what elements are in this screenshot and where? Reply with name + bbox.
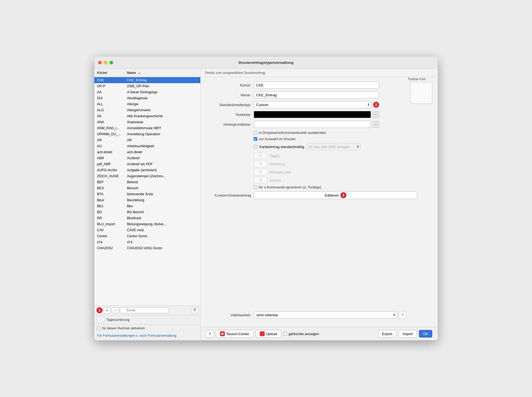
list-item-name: Anmeldung Operation	[127, 132, 198, 136]
right-panel-header: Details zum ausgewählten Dossiereintrag	[201, 69, 438, 77]
num-input-woche[interactable]	[254, 161, 267, 167]
list-item[interactable]: OP-P 2385_OP-Plan	[94, 83, 200, 89]
tag-minus-button[interactable]: −	[97, 317, 104, 323]
list-item-kuerzel: CKE	[97, 78, 127, 82]
list-item[interactable]: BEF Befund	[94, 179, 200, 185]
standardmedientyp-row: Standardmedientyp: Custom ⬍ 2	[206, 101, 432, 108]
hintergrundfarbe-label: Hintergrundfarbe:	[206, 122, 254, 127]
xkommando-label: für x-Kommando ignorieren (s. Tooltipp)	[259, 185, 321, 189]
checkbox1-label: in Dropdowns/Kommandozeile ausblenden	[259, 131, 326, 135]
list-item[interactable]: RR Blutdruck	[94, 215, 200, 221]
list-item[interactable]: AK Alte Krankengeschichte	[94, 113, 200, 119]
list-item-name: BG-Bericht	[127, 210, 198, 214]
list-item[interactable]: DIA Akutdiagnose	[94, 95, 200, 101]
list-item[interactable]: CAV CAVE med.	[94, 227, 200, 233]
vidierbarkeit-select[interactable]: nicht vidierbar	[254, 311, 397, 318]
kuerzel-input[interactable]	[254, 82, 379, 89]
list-item[interactable]: AR AR	[94, 137, 200, 143]
list-item[interactable]: Centor Centor-Score	[94, 233, 200, 239]
help-button[interactable]: ?	[206, 330, 214, 338]
num-input-jahr[interactable]	[254, 177, 267, 184]
list-item-name: Allergie/Unvertr.	[127, 108, 198, 112]
list-item[interactable]: BTA betreuende Ärzte	[94, 191, 200, 197]
textfarbe-color-swatch[interactable]	[254, 111, 371, 118]
textfarbe-minus-button[interactable]: −	[373, 111, 379, 118]
list-item[interactable]: cf-k cf-k	[94, 239, 200, 245]
traffic-lights	[98, 61, 113, 64]
list-item[interactable]: pdf_ABR Arztbrief als PDF	[94, 161, 200, 167]
list-item[interactable]: BLU_import Blutungsneigung, blutve...	[94, 221, 200, 227]
list-item[interactable]: AUFG-Archiv Aufgabe (archiviert)	[94, 167, 200, 173]
list-item-kuerzel: AU	[97, 144, 127, 148]
list-item[interactable]: OPANM_DU_... Anmeldung Operation	[94, 131, 200, 137]
list-item[interactable]: BG BG-Bericht	[94, 209, 200, 215]
hintergrundfarbe-minus-button[interactable]: −	[373, 121, 379, 128]
checkbox2-input[interactable]	[254, 137, 257, 141]
num-row-3: Monat(e) und	[254, 169, 432, 175]
list-item[interactable]: ANA Anamnese	[94, 119, 200, 125]
list-item-name: CKE_Eintrag	[127, 78, 198, 82]
list-item-name: Arztbrief als PDF	[127, 162, 198, 166]
export-button[interactable]: Export	[378, 330, 397, 338]
xkommando-checkbox[interactable]	[254, 185, 257, 189]
bottom-left: ? 🔄 Tausch-Center Upload	[206, 330, 319, 338]
num-input-monat[interactable]	[254, 169, 267, 175]
name-input[interactable]	[254, 91, 379, 98]
upload-button[interactable]: Upload	[256, 330, 281, 338]
hintergrundfarbe-color-swatch[interactable]	[254, 121, 371, 128]
list-item-kuerzel: Beur	[97, 198, 127, 202]
list-item[interactable]: AA A Neuer Eintragstyp	[94, 89, 200, 95]
ok-button[interactable]: OK	[419, 330, 432, 338]
filter-button[interactable]	[191, 307, 198, 313]
tausch-center-button[interactable]: 🔄 Tausch-Center	[216, 330, 253, 338]
svg-rect-2	[261, 332, 264, 335]
badge-3: 3	[340, 192, 346, 198]
list-item-name: Befund	[127, 180, 198, 184]
list-item-name: Arztbrief	[127, 156, 198, 160]
vidierbarkeit-help-button[interactable]: ?	[399, 311, 406, 319]
standardmedientyp-select[interactable]: Custom	[254, 101, 371, 108]
geloschte-checkbox[interactable]	[283, 332, 287, 336]
list-item-name: A Neuer Eintragstyp	[127, 90, 198, 94]
close-button[interactable]	[98, 61, 102, 64]
list-item[interactable]: ZEICH_AUGE Augenstempel (Zeichnu...	[94, 173, 200, 179]
search-input[interactable]	[120, 307, 169, 313]
list-item[interactable]: BES Besuch	[94, 185, 200, 191]
activate-row: für diesen Rechner aktivieren	[94, 324, 200, 332]
list-item-kuerzel: BES	[97, 186, 127, 190]
list-item[interactable]: ALG Allergie/Unvertr.	[94, 107, 200, 113]
editieren-button[interactable]: Editieren 3	[254, 191, 417, 199]
list-item-name: betreuende Ärzte	[127, 192, 198, 196]
activate-checkbox[interactable]	[97, 327, 101, 330]
list-item-kuerzel: ALG	[97, 108, 127, 112]
details-section: Toolbar-Icon Kürzel: Name:	[201, 77, 438, 327]
list-item[interactable]: CHA2DS2 CHA2DS2-VASc-Score	[94, 245, 200, 251]
list-item-name: Anmeldeformular MRT	[127, 126, 198, 130]
fuer-das-jahr-select[interactable]: für das Jahr 9000 anlegen	[306, 143, 361, 150]
list-item[interactable]: AU Arbeitsunfähigkeit	[94, 143, 200, 149]
list-item[interactable]: arzt-direkt arzt-direkt	[94, 149, 200, 155]
add-button[interactable]: +	[104, 307, 111, 313]
tausch-center-icon: 🔄	[220, 331, 225, 336]
list-item[interactable]: ANM_RAD_i... Anmeldeformular MRT	[94, 125, 200, 131]
formular-link[interactable]: Für Formulareinstellungen s. auch Formul…	[97, 334, 176, 338]
list-item[interactable]: CKE CKE_Eintrag	[94, 77, 200, 83]
checkbox1-input[interactable]	[254, 131, 257, 134]
maximize-button[interactable]	[110, 61, 113, 64]
import-button[interactable]: Import	[398, 330, 417, 338]
list-container[interactable]: CKE CKE_Eintrag OP-P 2385_OP-Plan AA A N…	[94, 77, 200, 305]
list-item-name: CHA2DS2-VASc-Score	[127, 246, 198, 250]
list-item[interactable]: Beur Beurteilung	[94, 197, 200, 203]
list-item[interactable]: ABR Arztbrief	[94, 155, 200, 161]
checkbox3-input[interactable]	[254, 145, 257, 149]
list-item-kuerzel: AA	[97, 90, 127, 94]
remove-button[interactable]: −	[112, 307, 119, 313]
col2-header: Name ▲	[127, 71, 198, 75]
num-input-tag[interactable]	[254, 152, 267, 159]
list-item[interactable]: BEx Bex	[94, 203, 200, 209]
bottom-bar: ? 🔄 Tausch-Center Upload	[201, 327, 438, 340]
minimize-button[interactable]	[104, 61, 107, 64]
list-item[interactable]: ALL Allergie	[94, 101, 200, 107]
sort-arrow-icon: ▲	[138, 71, 141, 74]
custom-label: Custom-Dossiereintrag	[206, 193, 254, 197]
